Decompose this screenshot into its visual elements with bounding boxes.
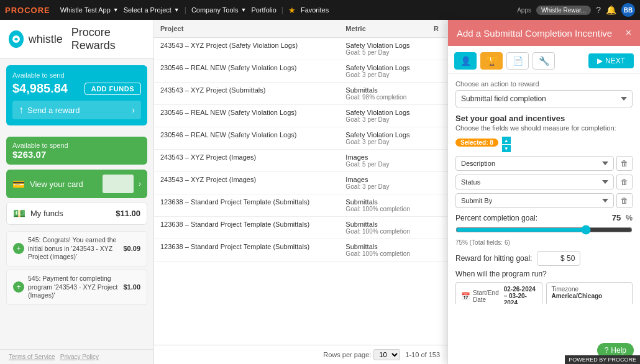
nav-star-icon: ★ bbox=[288, 6, 296, 15]
send-reward-label: Send a reward bbox=[27, 106, 80, 115]
send-reward-button[interactable]: ↑ Send a reward › bbox=[12, 101, 141, 119]
modal-tab-person[interactable]: 👤 bbox=[454, 52, 477, 70]
table-cell-metric: Safety Violation Logs Goal: 5 per Day bbox=[339, 38, 427, 60]
field-select-3[interactable]: Submit By bbox=[455, 193, 614, 208]
modal-tab-tools[interactable]: 🔧 bbox=[533, 52, 555, 70]
nav-company-dropdown[interactable]: ▼ bbox=[241, 7, 247, 13]
send-reward-icon: ↑ bbox=[19, 104, 24, 116]
nav-bell-button[interactable]: 🔔 bbox=[606, 5, 616, 15]
transaction-plus-icon: + bbox=[13, 243, 24, 254]
modal-next-button[interactable]: ▶ NEXT bbox=[588, 53, 634, 68]
field-delete-1[interactable]: 🗑 bbox=[616, 156, 633, 171]
sort-up-button[interactable]: ▲ bbox=[502, 137, 511, 144]
terms-of-service-link[interactable]: Terms of Service bbox=[9, 353, 55, 360]
modal-tab-document[interactable]: 📄 bbox=[506, 52, 529, 70]
modal-tab-trophy[interactable]: 🏆 bbox=[480, 52, 503, 70]
nav-favorites[interactable]: Favorites bbox=[301, 6, 329, 14]
procore-rewards-title: Procore Rewards bbox=[71, 26, 145, 52]
left-footer: Terms of Service Privacy Policy bbox=[0, 349, 153, 364]
table-footer: Rows per page: 10 25 50 1-10 of 153 bbox=[154, 345, 447, 364]
table-cell-project: 230546 – REAL NEW (Safety Violation Logs… bbox=[154, 127, 339, 150]
table-row: 243543 – XYZ Project (Safety Violation L… bbox=[154, 38, 447, 60]
modal-tabs: 👤 🏆 📄 🔧 ▶ NEXT bbox=[448, 46, 640, 74]
view-card-item[interactable]: 💳 View your card › bbox=[6, 170, 147, 198]
timezone-label: Timezone bbox=[552, 286, 628, 293]
percent-slider[interactable] bbox=[455, 225, 633, 235]
nav-app-dropdown[interactable]: ▼ bbox=[113, 7, 119, 13]
percent-value: 75 bbox=[612, 213, 621, 222]
timezone-field[interactable]: Timezone America/Chicago bbox=[546, 282, 633, 304]
transaction1-text: 545: Congrats! You earned the initial bo… bbox=[28, 236, 119, 262]
col-r-header: R bbox=[427, 20, 447, 38]
reward-amount-input[interactable] bbox=[537, 251, 580, 266]
table-cell-r bbox=[427, 83, 447, 105]
table-cell-r bbox=[427, 194, 447, 217]
field-delete-3[interactable]: 🗑 bbox=[616, 193, 633, 208]
procore-logo: PROCORE bbox=[5, 6, 50, 15]
transaction1-amount: $0.09 bbox=[123, 245, 140, 252]
table-row: 243543 – XYZ Project (Images) Images Goa… bbox=[154, 150, 447, 172]
table-cell-metric: Safety Violation Logs Goal: 3 per Day bbox=[339, 60, 427, 83]
start-end-value: 02-26-2024 – 03-20-2024 bbox=[504, 286, 537, 304]
table-cell-project: 123638 – Standard Project Template (Subm… bbox=[154, 239, 339, 262]
nav-favorites-label: Favorites bbox=[301, 6, 329, 14]
cards-list: 💳 View your card › 💵 My funds $11.00 bbox=[6, 170, 147, 229]
reward-hitting-row: Reward for hitting goal: bbox=[455, 251, 633, 266]
program-run-label: When will the program run? bbox=[455, 270, 633, 278]
available-spend-amount: $263.07 bbox=[12, 149, 141, 160]
table-row: 230546 – REAL NEW (Safety Violation Logs… bbox=[154, 127, 447, 150]
transaction-item: + 545: Payment for completing program '2… bbox=[6, 270, 147, 305]
left-panel: whistle Procore Rewards Available to sen… bbox=[0, 20, 154, 364]
table-cell-r bbox=[427, 150, 447, 172]
goal-title: Set your goal and incentives bbox=[455, 114, 633, 123]
nav-select-project[interactable]: Select a Project ▼ bbox=[124, 6, 180, 14]
field-row-2: Status 🗑 bbox=[455, 175, 633, 189]
field-select-1[interactable]: Description bbox=[455, 156, 614, 171]
slider-note: 75% (Total fields: 6) bbox=[455, 239, 633, 246]
available-spend-label: Available to spend bbox=[12, 142, 141, 149]
nav-company-tools[interactable]: Company Tools ▼ bbox=[191, 6, 247, 14]
nav-whistle-pill[interactable]: Whistle Rewar... bbox=[536, 6, 591, 15]
table-row: 230546 – REAL NEW (Safety Violation Logs… bbox=[154, 105, 447, 127]
available-spend-card: Available to spend $263.07 bbox=[6, 137, 147, 165]
rows-per-page-select[interactable]: 10 25 50 bbox=[373, 349, 400, 360]
send-reward-arrow-icon: › bbox=[132, 105, 135, 115]
nav-apps-label: Apps bbox=[517, 7, 531, 14]
next-label: NEXT bbox=[605, 57, 625, 65]
whistle-logo bbox=[9, 30, 24, 48]
sort-down-button[interactable]: ▼ bbox=[502, 145, 511, 152]
goal-sub: Choose the fields we should measure for … bbox=[455, 124, 633, 132]
nav-app-section[interactable]: Whistle Test App ▼ bbox=[60, 6, 119, 14]
transaction2-text: 545: Payment for completing program '243… bbox=[28, 275, 119, 300]
nav-portfolio-label: Portfolio bbox=[251, 6, 276, 14]
table-cell-r bbox=[427, 38, 447, 60]
rewards-table: Project Metric R 243543 – XYZ Project (S… bbox=[154, 20, 447, 262]
field-delete-2[interactable]: 🗑 bbox=[616, 175, 633, 189]
nav-avatar[interactable]: BB bbox=[621, 3, 635, 17]
nav-portfolio[interactable]: Portfolio bbox=[251, 6, 276, 14]
nav-project-dropdown[interactable]: ▼ bbox=[174, 7, 180, 13]
date-tz-row: 📅 Start/End Date 02-26-2024 – 03-20-2024… bbox=[455, 282, 633, 304]
action-reward-select[interactable]: Submittal field completion bbox=[455, 90, 633, 107]
table-cell-metric: Submittals Goal: 100% completion bbox=[339, 239, 427, 262]
modal-close-button[interactable]: × bbox=[626, 27, 631, 39]
transaction-plus-icon2: + bbox=[13, 281, 24, 293]
nav-question-button[interactable]: ? bbox=[596, 5, 601, 15]
field-select-2[interactable]: Status bbox=[455, 175, 614, 189]
privacy-policy-link[interactable]: Privacy Policy bbox=[60, 353, 99, 360]
nav-company-tools-label: Company Tools bbox=[191, 6, 239, 14]
table-cell-metric: Safety Violation Logs Goal: 3 per Day bbox=[339, 105, 427, 127]
help-icon: ? bbox=[605, 346, 609, 355]
powered-by: POWERED BY PROCORE bbox=[565, 355, 640, 364]
modal-scroll-content: Choose an action to reward Submittal fie… bbox=[448, 74, 640, 304]
my-funds-item[interactable]: 💵 My funds $11.00 bbox=[6, 202, 147, 225]
add-funds-button[interactable]: ADD FUNDS bbox=[85, 83, 141, 95]
whistle-name: whistle bbox=[29, 33, 63, 46]
top-navigation: PROCORE Whistle Test App ▼ Select a Proj… bbox=[0, 0, 640, 20]
date-field[interactable]: 📅 Start/End Date 02-26-2024 – 03-20-2024 bbox=[455, 282, 542, 304]
card-icon: 💳 bbox=[12, 178, 25, 190]
percent-completion-label: Percent completion goal: bbox=[455, 214, 607, 222]
view-card-label: View your card bbox=[30, 180, 98, 189]
table-cell-metric: Safety Violation Logs Goal: 3 per Day bbox=[339, 127, 427, 150]
table-cell-project: 230546 – REAL NEW (Safety Violation Logs… bbox=[154, 60, 339, 83]
